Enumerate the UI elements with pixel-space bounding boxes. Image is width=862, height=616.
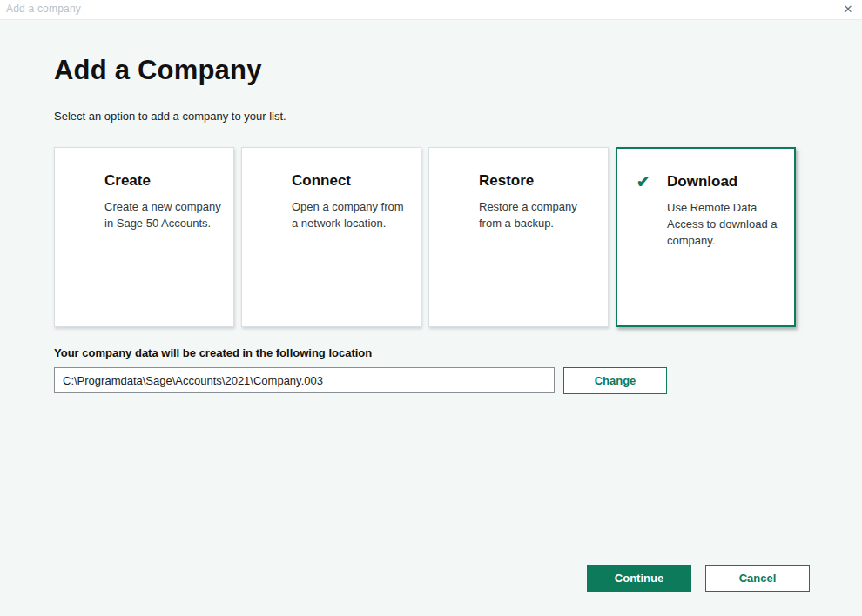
page-title: Add a Company [54, 55, 262, 86]
card-title: Restore [479, 172, 534, 190]
card-description: Use Remote Data Access to download a com… [667, 199, 782, 249]
title-bar: Add a company ✕ [0, 0, 862, 19]
card-title: Create [104, 172, 151, 190]
add-company-dialog: Add a company ✕ Add a Company Select an … [0, 0, 862, 616]
card-title: Connect [292, 172, 351, 190]
dialog-content: Add a Company Select an option to add a … [0, 19, 862, 616]
card-description: Restore a company from a backup. [479, 198, 596, 231]
card-description: Create a new company in Sage 50 Accounts… [104, 198, 221, 231]
option-card-restore[interactable]: Restore Restore a company from a backup. [428, 147, 609, 327]
page-subtitle: Select an option to add a company to you… [54, 110, 286, 123]
cancel-button[interactable]: Cancel [705, 565, 810, 592]
option-card-connect[interactable]: Connect Open a company from a network lo… [241, 147, 421, 327]
change-button[interactable]: Change [563, 367, 667, 394]
card-description: Open a company from a network location. [292, 198, 408, 231]
card-title: Download [667, 173, 737, 191]
option-card-create[interactable]: Create Create a new company in Sage 50 A… [54, 147, 234, 327]
company-data-path-input[interactable] [54, 367, 555, 393]
window-title: Add a company [6, 3, 81, 15]
checkmark-icon: ✔ [636, 172, 650, 191]
close-icon[interactable]: ✕ [839, 1, 857, 18]
location-label: Your company data will be created in the… [54, 346, 372, 359]
continue-button[interactable]: Continue [587, 565, 691, 592]
option-card-download-selected[interactable]: ✔ Download Use Remote Data Access to dow… [616, 147, 796, 327]
